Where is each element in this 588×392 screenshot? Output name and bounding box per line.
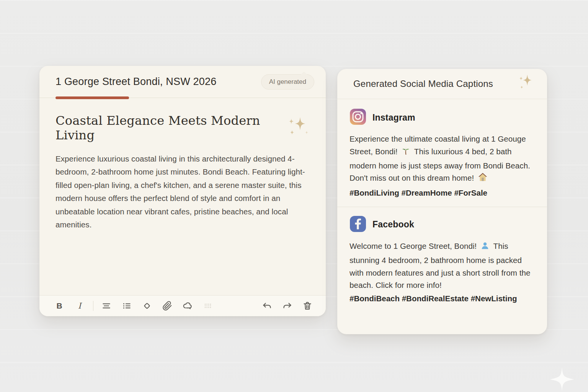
redo-button[interactable] (279, 298, 295, 314)
editor-header: 1 George Street Bondi, NSW 2026 AI gener… (39, 66, 326, 98)
desktop-background: 1 George Street Bondi, NSW 2026 AI gener… (0, 0, 588, 392)
ai-cloud-button[interactable] (180, 298, 195, 314)
drag-handle-button[interactable] (200, 298, 216, 314)
sparkle-icon (516, 74, 536, 94)
sparkle-icon (287, 116, 310, 139)
drag-dots-icon (203, 301, 213, 311)
attach-button[interactable] (160, 298, 175, 314)
italic-button[interactable]: I (72, 298, 87, 314)
undo-button[interactable] (259, 298, 274, 314)
trash-icon (302, 301, 312, 311)
delete-button[interactable] (300, 298, 315, 314)
instagram-icon (350, 108, 366, 127)
shape-button[interactable] (139, 298, 155, 314)
facebook-caption[interactable]: Welcome to 1 George Street, Bondi! This … (350, 240, 535, 292)
listing-headline: Coastal Elegance Meets Modern Living (56, 113, 282, 142)
facebook-section: Facebook Welcome to 1 George Street, Bon… (337, 207, 547, 307)
facebook-icon (350, 216, 366, 234)
instagram-hashtags[interactable]: #BondiLiving #DreamHome #ForSale (350, 187, 535, 199)
captions-header: Generated Social Media Captions (337, 69, 547, 99)
social-captions-card: Generated Social Media Captions (337, 69, 547, 334)
listing-editor-card: 1 George Street Bondi, NSW 2026 AI gener… (39, 66, 326, 316)
instagram-label: Instagram (372, 113, 415, 123)
toolbar-divider (93, 301, 93, 311)
facebook-label: Facebook (372, 219, 414, 230)
editor-body[interactable]: Coastal Elegance Meets Modern Living Exp… (39, 98, 326, 232)
diamond-icon (142, 301, 152, 311)
captions-title: Generated Social Media Captions (353, 78, 511, 89)
redo-icon (282, 301, 292, 311)
facebook-hashtags[interactable]: #BondiBeach #BondiRealEstate #NewListing (350, 292, 535, 305)
house-emoji (478, 172, 488, 186)
background-sparkle-icon (543, 367, 581, 392)
bullet-list-button[interactable] (119, 298, 134, 314)
title-accent-underline (56, 96, 129, 99)
align-center-icon (101, 301, 111, 311)
listing-title: 1 George Street Bondi, NSW 2026 (56, 76, 216, 88)
listing-description[interactable]: Experience luxurious coastal living in t… (56, 152, 309, 232)
editor-toolbar: B I (39, 295, 326, 316)
palm-tree-emoji (401, 147, 410, 160)
paperclip-icon (162, 301, 172, 311)
undo-icon (262, 301, 272, 311)
ai-generated-badge: AI generated (261, 74, 314, 90)
cloud-icon (183, 301, 193, 311)
person-silhouette-emoji (480, 241, 490, 254)
instagram-section: Instagram Experience the ultimate coasta… (337, 99, 547, 201)
instagram-caption[interactable]: Experience the ultimate coastal living a… (350, 133, 535, 186)
bold-button[interactable]: B (52, 298, 67, 314)
bullet-list-icon (122, 301, 132, 311)
align-center-button[interactable] (99, 298, 114, 314)
